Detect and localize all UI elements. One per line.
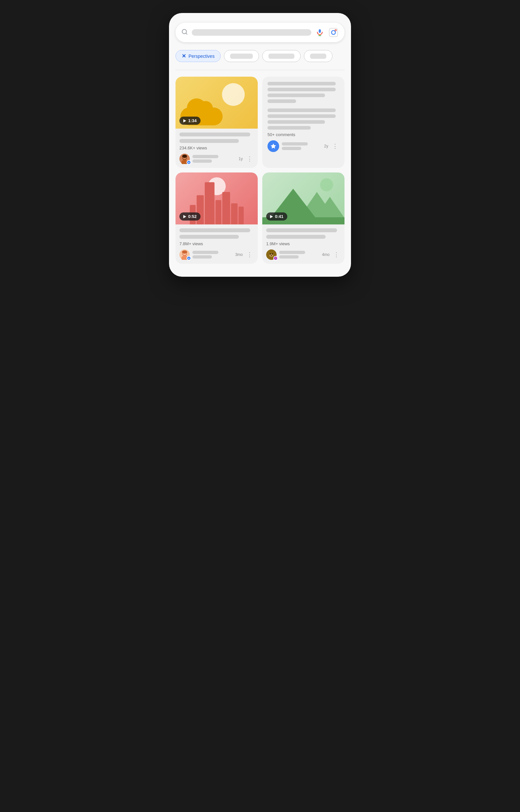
chip-2[interactable] bbox=[224, 50, 259, 62]
time-1: 1y bbox=[238, 157, 243, 161]
avatar-badge-lightning-4: ⚡ bbox=[273, 256, 278, 260]
svg-point-13 bbox=[182, 155, 187, 158]
card-body-2: 50+ comments 2y ⋮ bbox=[262, 77, 344, 157]
title-line-3b bbox=[179, 235, 239, 239]
footer-info-2 bbox=[282, 142, 321, 150]
thumbnail-4: 0:41 bbox=[262, 172, 344, 224]
footer-info-1 bbox=[192, 155, 236, 163]
chip-placeholder-2 bbox=[230, 54, 253, 59]
card-footer-4: ⚡ 4mo ⋮ bbox=[266, 249, 341, 260]
phone-container: ✕ Perspectives bbox=[169, 13, 351, 277]
svg-point-6 bbox=[332, 31, 335, 34]
footer-info-4 bbox=[279, 251, 319, 258]
time-3: 3mo bbox=[235, 252, 243, 257]
duration-text-3: 0:52 bbox=[188, 214, 197, 219]
text-line-2h bbox=[267, 126, 311, 130]
avatar-2 bbox=[267, 140, 279, 152]
channel-sub-3 bbox=[192, 255, 212, 258]
text-line-2d bbox=[267, 100, 296, 103]
text-line-2g bbox=[267, 120, 325, 124]
chip-3[interactable] bbox=[262, 50, 301, 62]
text-line-2f bbox=[267, 114, 336, 118]
avatar-badge-heart-1: ♥ bbox=[186, 160, 191, 165]
duration-text-1: 1:34 bbox=[188, 118, 197, 123]
svg-point-26 bbox=[272, 253, 273, 255]
chip-placeholder-4 bbox=[310, 54, 326, 59]
channel-name-2 bbox=[282, 142, 308, 145]
section-divider bbox=[176, 70, 344, 70]
card-footer-2: 2y ⋮ bbox=[267, 140, 339, 152]
thumbnail-1: 1:34 bbox=[176, 77, 258, 129]
video-duration-badge-4: 0:41 bbox=[266, 213, 287, 221]
comments-text-2: 50+ comments bbox=[267, 132, 339, 137]
chip-perspectives-label: Perspectives bbox=[188, 54, 214, 59]
title-line-4b bbox=[266, 235, 326, 239]
card-video-1[interactable]: 1:34 234.6K+ views bbox=[176, 77, 258, 168]
filter-chips-row: ✕ Perspectives bbox=[176, 50, 344, 62]
time-2: 2y bbox=[324, 144, 328, 148]
card-footer-1: ♥ 1y ⋮ bbox=[179, 153, 254, 164]
channel-sub-2 bbox=[282, 147, 301, 150]
svg-point-19 bbox=[182, 250, 187, 254]
chip-4[interactable] bbox=[304, 50, 333, 62]
thumbnail-3: 0:52 bbox=[176, 172, 258, 224]
svg-marker-14 bbox=[271, 144, 276, 149]
search-input[interactable] bbox=[192, 29, 311, 36]
text-line-2e bbox=[267, 109, 336, 112]
time-4: 4mo bbox=[322, 252, 330, 257]
avatar-badge-heart-3: ♥ bbox=[186, 256, 191, 260]
google-lens-icon[interactable] bbox=[328, 27, 339, 38]
duration-text-4: 0:41 bbox=[275, 214, 283, 219]
card-video-4[interactable]: 0:41 1.9M+ views bbox=[262, 172, 344, 264]
play-icon-3 bbox=[183, 215, 186, 218]
channel-name-4 bbox=[279, 251, 305, 254]
more-options-3[interactable]: ⋮ bbox=[245, 250, 254, 259]
chip-placeholder-3 bbox=[268, 54, 294, 59]
title-line-4a bbox=[266, 228, 337, 232]
card-text-2[interactable]: 50+ comments 2y ⋮ bbox=[262, 77, 344, 168]
more-options-2[interactable]: ⋮ bbox=[331, 142, 339, 150]
svg-rect-2 bbox=[319, 29, 321, 33]
title-line-3a bbox=[179, 228, 250, 232]
text-lines-2 bbox=[267, 82, 339, 130]
text-line-2b bbox=[267, 88, 336, 91]
title-line-1b bbox=[179, 139, 239, 143]
results-grid: 1:34 234.6K+ views bbox=[176, 77, 344, 264]
svg-line-1 bbox=[186, 33, 187, 34]
card-footer-3: ♥ 3mo ⋮ bbox=[179, 249, 254, 260]
sun-circle bbox=[222, 83, 245, 106]
play-icon-1 bbox=[183, 119, 186, 122]
search-bar[interactable] bbox=[176, 23, 344, 42]
avatar-3: ♥ bbox=[179, 249, 190, 260]
text-line-2a bbox=[267, 82, 336, 85]
card-video-3[interactable]: 0:52 7.8M+ views bbox=[176, 172, 258, 264]
more-options-4[interactable]: ⋮ bbox=[332, 250, 341, 259]
svg-point-27 bbox=[271, 255, 272, 256]
channel-sub-4 bbox=[279, 255, 299, 258]
chip-close-icon[interactable]: ✕ bbox=[182, 53, 186, 59]
card-body-3: 7.8M+ views ♥ bbox=[176, 224, 258, 264]
svg-point-25 bbox=[270, 253, 271, 255]
avatar-4: ⚡ bbox=[266, 249, 277, 260]
video-duration-badge-1: 1:34 bbox=[179, 117, 201, 125]
channel-name-1 bbox=[192, 155, 218, 158]
mt-circle bbox=[320, 178, 333, 191]
more-options-1[interactable]: ⋮ bbox=[245, 155, 254, 163]
card-body-1: 234.6K+ views ♥ bbox=[176, 129, 258, 168]
footer-info-3 bbox=[192, 251, 233, 258]
views-text-4: 1.9M+ views bbox=[266, 241, 341, 246]
text-line-2c bbox=[267, 93, 325, 97]
chip-perspectives[interactable]: ✕ Perspectives bbox=[176, 50, 221, 62]
microphone-icon[interactable] bbox=[315, 28, 324, 37]
card-body-4: 1.9M+ views bbox=[262, 224, 344, 264]
channel-sub-1 bbox=[192, 160, 212, 163]
views-text-1: 234.6K+ views bbox=[179, 145, 254, 150]
title-line-1a bbox=[179, 133, 250, 136]
channel-name-3 bbox=[192, 251, 218, 254]
video-duration-badge-3: 0:52 bbox=[179, 213, 201, 221]
svg-point-8 bbox=[335, 30, 336, 31]
views-text-3: 7.8M+ views bbox=[179, 241, 254, 246]
avatar-1: ♥ bbox=[179, 153, 190, 164]
search-icon bbox=[181, 29, 188, 37]
play-icon-4 bbox=[270, 215, 273, 218]
